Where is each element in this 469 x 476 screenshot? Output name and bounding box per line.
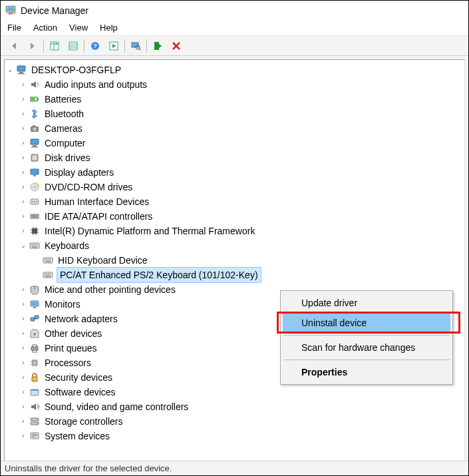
tree-row[interactable]: ›Audio inputs and outputs bbox=[5, 77, 464, 92]
tree-row[interactable]: ›Cameras bbox=[5, 121, 464, 136]
menu-help[interactable]: Help bbox=[100, 23, 118, 33]
toolbar-properties-button[interactable] bbox=[64, 38, 82, 54]
title-bar: Device Manager bbox=[1, 1, 468, 21]
chevron-right-icon[interactable]: › bbox=[18, 341, 29, 356]
context-menu-item[interactable]: Update driver bbox=[283, 293, 450, 313]
toolbar-enable-button[interactable] bbox=[148, 38, 167, 54]
tree-item-label: Software devices bbox=[43, 385, 117, 399]
tree-item-label: Storage controllers bbox=[43, 414, 124, 429]
device-manager-icon bbox=[5, 5, 17, 17]
storage-icon bbox=[29, 416, 41, 427]
chevron-right-icon[interactable]: › bbox=[18, 282, 29, 297]
chevron-right-icon[interactable]: › bbox=[18, 414, 29, 429]
software-icon bbox=[29, 387, 41, 397]
chevron-right-icon[interactable]: › bbox=[18, 121, 29, 136]
tree-row[interactable]: ›Sound, video and game controllers bbox=[5, 399, 464, 414]
tree-item-label: PC/AT Enhanced PS/2 Keyboard (101/102-Ke… bbox=[57, 267, 261, 283]
toolbar-back-button[interactable] bbox=[5, 38, 23, 54]
context-menu-item[interactable]: Properties bbox=[283, 362, 450, 382]
tree-row[interactable]: ›Intel(R) Dynamic Platform and Thermal F… bbox=[5, 224, 464, 238]
chevron-right-icon[interactable]: › bbox=[18, 356, 29, 370]
chevron-right-icon[interactable]: › bbox=[18, 209, 29, 224]
tree-item-label: Human Interface Devices bbox=[43, 194, 150, 209]
hid-icon bbox=[29, 196, 41, 207]
tree-row[interactable]: ›Disk drives bbox=[5, 150, 464, 165]
chevron-right-icon[interactable]: › bbox=[18, 385, 29, 399]
tree-row[interactable]: ›Display adapters bbox=[5, 165, 464, 180]
tree-row[interactable]: ›Bluetooth bbox=[5, 107, 464, 121]
toolbar-show-hide-tree-button[interactable] bbox=[45, 38, 64, 54]
tree-row[interactable]: ⌄Keyboards bbox=[5, 238, 464, 253]
camera-icon bbox=[29, 123, 41, 134]
tree-item-label: Sound, video and game controllers bbox=[43, 399, 190, 414]
toolbar-scan-button[interactable] bbox=[126, 38, 145, 54]
chevron-right-icon[interactable]: › bbox=[18, 194, 29, 209]
toolbar-separator bbox=[43, 39, 44, 53]
menu-action[interactable]: Action bbox=[33, 23, 57, 33]
chevron-right-icon[interactable]: › bbox=[18, 136, 29, 150]
tree-item-label: Keyboards bbox=[43, 238, 90, 253]
tree-row[interactable]: ›Software devices bbox=[5, 385, 464, 399]
keyboard-icon bbox=[42, 270, 54, 280]
toolbar-separator bbox=[84, 39, 84, 53]
menu-view[interactable]: View bbox=[69, 23, 88, 33]
status-text: Uninstalls the driver for the selected d… bbox=[5, 463, 172, 473]
chevron-right-icon[interactable]: › bbox=[18, 107, 29, 121]
tree-row[interactable]: ›HID Keyboard Device bbox=[5, 253, 464, 268]
chevron-right-icon[interactable]: › bbox=[18, 370, 29, 385]
chevron-down-icon[interactable]: ⌄ bbox=[18, 238, 29, 253]
tree-item-label: Cameras bbox=[43, 121, 84, 136]
chevron-right-icon[interactable]: › bbox=[18, 399, 29, 414]
tree-item-label: Network adapters bbox=[43, 312, 119, 326]
chevron-right-icon[interactable]: › bbox=[18, 326, 29, 341]
disk-icon bbox=[29, 152, 41, 163]
context-menu-item[interactable]: Scan for hardware changes bbox=[283, 338, 450, 357]
tree-row[interactable]: ›Batteries bbox=[5, 92, 464, 107]
tree-row[interactable]: ›DVD/CD-ROM drives bbox=[5, 180, 464, 194]
toolbar-help-button[interactable] bbox=[86, 38, 104, 54]
computer-icon bbox=[15, 65, 27, 75]
computer-icon bbox=[29, 138, 41, 148]
chevron-right-icon[interactable]: › bbox=[18, 77, 29, 92]
tree-item-label: Mice and other pointing devices bbox=[43, 282, 177, 297]
tree-row[interactable]: ›IDE ATA/ATAPI controllers bbox=[5, 209, 464, 224]
tree-item-label: DVD/CD-ROM drives bbox=[43, 180, 134, 194]
chevron-right-icon[interactable]: › bbox=[18, 150, 29, 165]
chevron-right-icon[interactable]: › bbox=[18, 180, 29, 194]
context-menu-separator bbox=[283, 359, 450, 360]
tree-row[interactable]: ›System devices bbox=[5, 429, 464, 443]
mouse-icon bbox=[29, 284, 41, 295]
chevron-right-icon[interactable]: › bbox=[18, 429, 29, 443]
context-menu-item[interactable]: Uninstall device bbox=[283, 313, 450, 333]
tree-item-label: Security devices bbox=[43, 370, 114, 385]
tree-row[interactable]: ›Human Interface Devices bbox=[5, 194, 464, 209]
chevron-right-icon[interactable]: › bbox=[18, 297, 29, 312]
tree-item-label: Display adapters bbox=[43, 165, 115, 180]
chevron-right-icon[interactable]: › bbox=[18, 165, 29, 180]
toolbar-action-button[interactable] bbox=[104, 38, 123, 54]
tree-row[interactable]: ›Storage controllers bbox=[5, 414, 464, 429]
display-icon bbox=[29, 167, 41, 178]
printer-icon bbox=[29, 343, 41, 354]
chip-icon bbox=[29, 226, 41, 236]
chevron-down-icon[interactable]: ⌄ bbox=[5, 63, 15, 77]
tree-item-label: Other devices bbox=[43, 326, 103, 341]
menu-file[interactable]: File bbox=[7, 23, 21, 33]
tree-row[interactable]: ›Computer bbox=[5, 136, 464, 150]
chevron-right-icon[interactable]: › bbox=[18, 224, 29, 238]
device-tree[interactable]: ⌄DESKTOP-O3FGFLP›Audio inputs and output… bbox=[5, 60, 464, 443]
tree-item-label: Disk drives bbox=[43, 150, 91, 165]
speaker-icon bbox=[29, 79, 41, 90]
toolbar-forward-button[interactable] bbox=[23, 38, 42, 54]
system-icon bbox=[29, 431, 41, 441]
tree-row[interactable]: ›PC/AT Enhanced PS/2 Keyboard (101/102-K… bbox=[5, 268, 464, 282]
sound-icon bbox=[29, 401, 41, 412]
tree-item-label: Audio inputs and outputs bbox=[43, 77, 148, 92]
toolbar-separator bbox=[124, 39, 125, 53]
tree-root[interactable]: ⌄DESKTOP-O3FGFLP bbox=[5, 63, 464, 77]
twisty-none: › bbox=[31, 268, 42, 282]
chevron-right-icon[interactable]: › bbox=[18, 312, 29, 326]
chevron-right-icon[interactable]: › bbox=[18, 92, 29, 107]
keyboard-icon bbox=[29, 240, 41, 251]
toolbar-uninstall-button[interactable] bbox=[167, 38, 186, 54]
